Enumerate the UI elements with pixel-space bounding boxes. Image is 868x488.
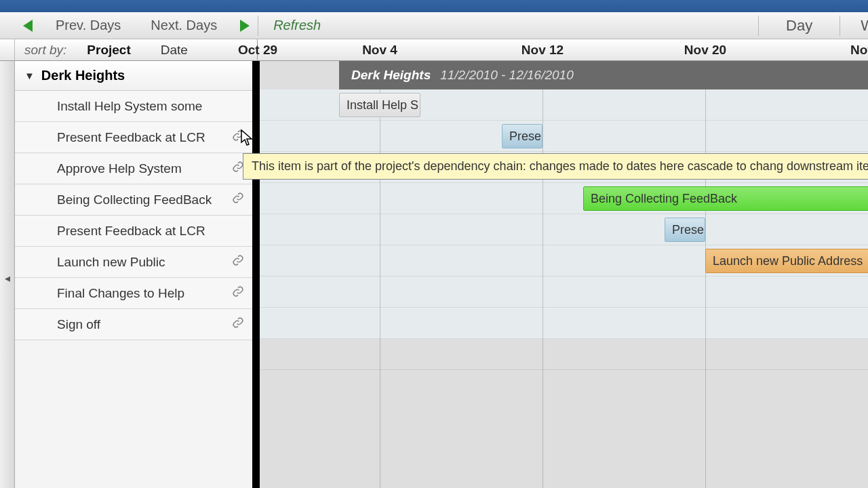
chain-link-icon[interactable] <box>232 253 244 270</box>
task-label: Present Feedback at LCR <box>57 224 205 239</box>
prev-arrow-icon[interactable] <box>23 20 33 32</box>
chain-link-icon[interactable] <box>232 191 244 208</box>
gantt-bar[interactable]: Launch new Public Address <box>705 249 868 273</box>
refresh-button[interactable]: Refresh <box>258 18 336 33</box>
task-label: Sign off <box>57 317 100 332</box>
gantt-group-range: 11/2/2010 - 12/16/2010 <box>440 68 868 83</box>
sort-project[interactable]: Project <box>72 43 145 58</box>
task-sidebar: ▼ Derk Heights Install Help System someP… <box>15 61 258 488</box>
grid-line <box>380 61 380 488</box>
task-label: Approve Help System <box>57 161 182 176</box>
task-row[interactable]: Present Feedback at LCR <box>15 122 252 153</box>
next-days-button[interactable]: Next. Days <box>136 18 232 33</box>
gantt-group-name: Derk Heights <box>351 68 431 83</box>
task-row[interactable]: Install Help System some <box>15 91 252 122</box>
task-row[interactable]: Launch new Public <box>15 247 252 278</box>
task-label: Present Feedback at LCR <box>57 130 205 145</box>
task-label: Install Help System some <box>57 99 202 114</box>
task-row[interactable]: Approve Help System <box>15 153 252 184</box>
timeline-dates: Oct 29Nov 4Nov 12Nov 20Nov <box>258 39 868 60</box>
week-view-button[interactable]: W <box>840 17 868 35</box>
task-label: Being Collecting FeedBack <box>57 192 212 207</box>
expand-icon: ◂ <box>5 272 10 285</box>
date-label: Nov 12 <box>521 43 564 58</box>
chain-link-icon[interactable] <box>232 129 244 146</box>
date-label: Nov 4 <box>362 43 397 58</box>
task-row[interactable]: Sign off <box>15 309 252 340</box>
chart-row-bg <box>258 339 868 370</box>
group-header[interactable]: ▼ Derk Heights <box>15 61 252 91</box>
day-view-button[interactable]: Day <box>759 17 840 35</box>
gantt-bar[interactable]: Being Collecting FeedBack <box>583 186 868 211</box>
toolbar: Prev. Days Next. Days Refresh Day W <box>0 12 868 39</box>
date-label: Nov <box>850 43 868 58</box>
chart-row-bg <box>258 214 868 245</box>
date-label: Oct 29 <box>238 43 277 58</box>
group-name: Derk Heights <box>41 68 125 83</box>
window-titlebar <box>0 0 868 12</box>
dependency-tooltip: This item is part of the project's depen… <box>243 153 868 180</box>
task-label: Final Changes to Help <box>57 286 184 301</box>
chart-row-bg <box>258 308 868 339</box>
sort-date[interactable]: Date <box>146 43 203 58</box>
task-row[interactable]: Present Feedback at LCR <box>15 216 252 247</box>
grid-line <box>542 61 543 488</box>
sort-by-label: sort by: <box>15 43 72 58</box>
grid-line <box>705 61 706 488</box>
prev-days-button[interactable]: Prev. Days <box>41 18 136 33</box>
chain-link-icon[interactable] <box>232 285 244 302</box>
gantt-bar[interactable]: Install Help S <box>339 93 420 117</box>
chart-row-bg <box>258 277 868 308</box>
today-line <box>258 61 260 488</box>
chart-row-bg <box>258 121 868 152</box>
disclosure-icon: ▼ <box>24 70 35 81</box>
chain-link-icon[interactable] <box>232 316 244 333</box>
gantt-chart[interactable]: Derk Heights11/2/2010 - 12/16/2010Instal… <box>258 61 868 488</box>
task-label: Launch new Public <box>57 255 165 270</box>
task-row[interactable]: Final Changes to Help <box>15 278 252 309</box>
gantt-group-header[interactable]: Derk Heights11/2/2010 - 12/16/2010 <box>339 61 868 89</box>
task-row[interactable]: Being Collecting FeedBack <box>15 184 252 216</box>
header-row: sort by: Project Date Oct 29Nov 4Nov 12N… <box>0 39 868 61</box>
gantt-bar[interactable]: Prese <box>665 218 705 242</box>
next-arrow-icon[interactable] <box>240 20 250 32</box>
gantt-bar[interactable]: Prese <box>502 124 542 148</box>
left-rail[interactable]: ◂ <box>0 61 15 488</box>
date-label: Nov 20 <box>684 43 726 58</box>
